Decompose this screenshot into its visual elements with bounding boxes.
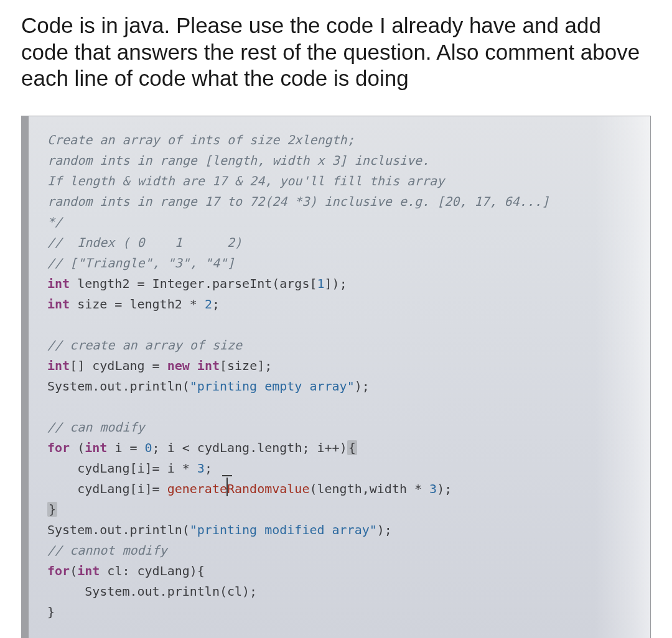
keyword-for: for [47,563,70,578]
method-call: System.out.println(cl); [47,584,257,599]
punctuation: ; [205,461,212,476]
brackets: [] [70,358,85,373]
keyword-int: int [47,297,70,312]
code-line-comment: // Index ( 0 1 2) [47,235,242,250]
code-line-comment: // can modify [47,420,145,435]
number-literal: 1 [317,276,325,291]
assignment: cydLang[i]= [47,481,167,496]
number-literal: 0 [145,440,152,455]
string-literal: "printing empty array" [190,379,355,394]
identifier: cydLang [85,358,152,373]
code-line-comment: // cannot modify [47,543,167,558]
operator: = [129,440,144,455]
identifier: [size]; [220,358,272,373]
punctuation: ]); [325,276,347,291]
keyword-int: int [85,440,107,455]
keyword-for: for [47,440,70,455]
code-line-comment: random ints in range 17 to 72(24 *3) inc… [47,194,549,209]
operator: = [138,276,145,291]
punctuation: ; [212,297,220,312]
code-block: Create an array of ints of size 2xlength… [21,116,651,638]
operator: = [152,358,160,373]
code-line-comment-end: */ [47,215,62,229]
punctuation: ); [355,379,370,394]
keyword-int: int [77,563,100,578]
brace-open-highlighted: { [347,440,357,455]
question-prompt: Code is in java. Please use the code I a… [21,12,651,92]
keyword-int: int [47,358,70,373]
punctuation: ); [437,481,452,496]
keyword-new: new [160,358,197,373]
method-call: System.out.println( [47,522,190,537]
method-call: Integer.parseInt(args[ [145,276,317,291]
code-line-comment: // ["Triangle", "3", "4"] [47,256,235,270]
code-line-comment: // create an array of size [47,338,242,353]
brace-close: } [47,604,55,619]
code-line-comment: If length & width are 17 & 24, you'll fi… [47,173,444,188]
string-literal: "printing modified array" [190,522,377,537]
brace-close-highlighted: } [47,502,57,517]
code-line-comment: random ints in range [length, width x 3]… [47,153,429,168]
loop-condition: ; i < cydLang.length; i++) [152,440,347,455]
number-literal: 2 [205,297,212,312]
punctuation: ( [70,440,85,455]
identifier: i [107,440,129,455]
code-line-comment: Create an array of ints of size 2xlength… [47,132,355,147]
punctuation: ( [70,563,77,578]
unresolved-function: generate [167,481,227,496]
foreach-rest: cl: cydLang){ [100,563,205,578]
assignment: cydLang[i]= i * [47,461,197,476]
keyword-int: int [197,358,220,373]
unresolved-function: Randomvalue [227,481,309,496]
keyword-int: int [47,276,70,291]
identifier: size = length2 * [70,297,205,312]
method-call: System.out.println( [47,379,190,394]
identifier: length2 [70,276,137,291]
number-literal: 3 [429,481,437,496]
number-literal: 3 [197,461,205,476]
punctuation: ); [377,522,392,537]
arguments: (length,width * [309,481,429,496]
